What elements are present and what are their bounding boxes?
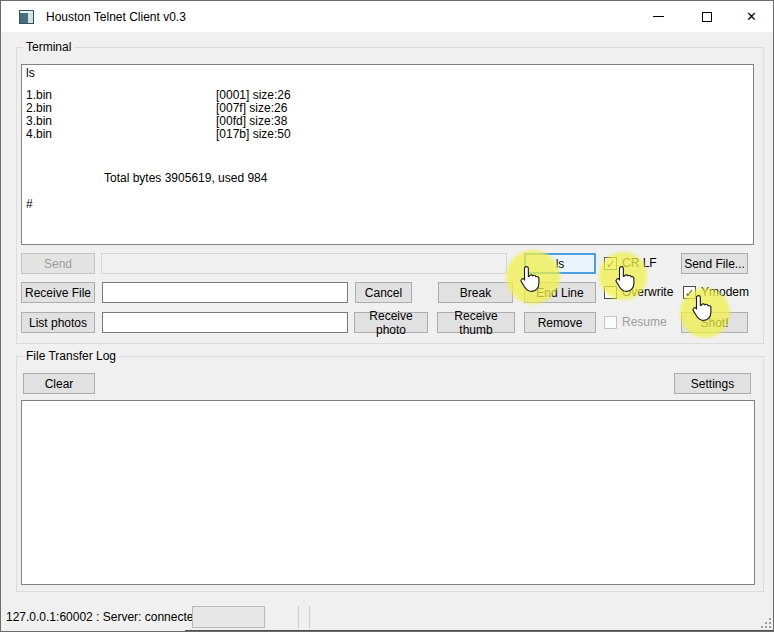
send-file-button[interactable]: Send File...: [681, 253, 748, 274]
close-button[interactable]: ✕: [728, 1, 774, 32]
terminal-summary: Total bytes 3905619, used 984: [104, 172, 267, 185]
list-photos-input[interactable]: [102, 312, 348, 333]
app-icon: [19, 10, 34, 24]
file-transfer-log-output[interactable]: [21, 400, 755, 585]
minimize-button[interactable]: [635, 1, 681, 32]
settings-button[interactable]: Settings: [674, 373, 751, 394]
terminal-prompt: #: [26, 198, 33, 211]
maximize-button[interactable]: [684, 1, 730, 32]
minimize-icon: [653, 16, 664, 17]
progress-panel: [192, 606, 265, 628]
cancel-button[interactable]: Cancel: [355, 282, 412, 303]
hand-pointer-cursor-icon: [518, 265, 540, 293]
maximize-icon: [702, 12, 712, 22]
resume-checkbox-label: Resume: [622, 316, 667, 329]
statusbar-separator: [298, 606, 299, 628]
app-window: Houston Telnet Client v0.3 ✕ Terminal ls…: [0, 0, 774, 632]
titlebar[interactable]: Houston Telnet Client v0.3 ✕: [1, 1, 774, 32]
resize-grip-icon[interactable]: [757, 614, 771, 628]
window-title: Houston Telnet Client v0.3: [46, 1, 186, 32]
clear-button[interactable]: Clear: [23, 373, 95, 394]
break-button[interactable]: Break: [438, 282, 513, 303]
statusbar: 127.0.0.1:60002 : Server: connected: [1, 603, 774, 630]
send-input[interactable]: [101, 253, 507, 274]
receive-photo-button[interactable]: Receive photo: [354, 312, 428, 333]
hand-pointer-cursor-icon: [613, 265, 635, 293]
remove-button[interactable]: Remove: [524, 312, 596, 333]
resume-checkbox: [604, 316, 617, 329]
terminal-file-name: 4.bin: [26, 128, 52, 141]
receive-file-input[interactable]: [102, 282, 348, 303]
close-icon: ✕: [746, 10, 757, 23]
list-photos-button[interactable]: List photos: [21, 312, 95, 333]
terminal-group-label: Terminal: [23, 41, 74, 54]
connection-status: 127.0.0.1:60002 : Server: connected: [6, 609, 200, 625]
statusbar-separator: [309, 606, 310, 628]
receive-thumb-button[interactable]: Receive thumb: [437, 312, 515, 333]
hand-pointer-cursor-icon: [690, 294, 712, 322]
receive-file-button[interactable]: Receive File: [21, 282, 95, 303]
terminal-file-info: [017b] size:50: [216, 128, 291, 141]
file-transfer-log-label: File Transfer Log: [23, 350, 119, 363]
send-button[interactable]: Send: [21, 253, 95, 274]
terminal-command: ls: [26, 67, 35, 80]
terminal-output[interactable]: [21, 64, 754, 245]
